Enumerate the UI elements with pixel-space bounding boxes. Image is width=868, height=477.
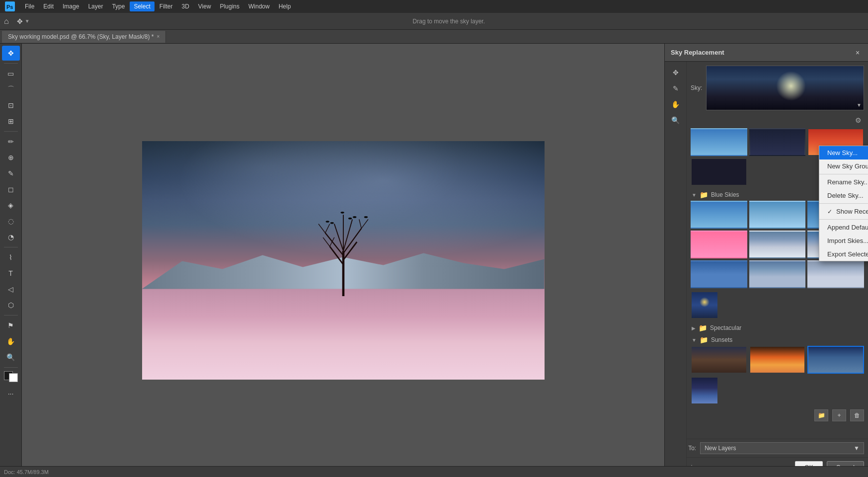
crop-tool[interactable]: ⊞ [2, 114, 20, 129]
context-menu-export-skies[interactable]: Export Selected Skies... [819, 247, 868, 261]
dialog-hand-tool[interactable]: ✋ [668, 97, 684, 111]
background-color[interactable] [9, 373, 18, 382]
blur-tool[interactable]: ◌ [2, 214, 20, 229]
context-menu-import-skies[interactable]: Import Skies... [819, 234, 868, 247]
category-arrow-blue-skies: ▼ [692, 192, 697, 198]
dialog-title: Sky Replacement [671, 49, 724, 56]
context-menu-new-sky[interactable]: New Sky... [819, 146, 868, 159]
menu-window[interactable]: Window [244, 1, 274, 11]
note-tool[interactable]: ⚑ [2, 318, 20, 333]
pen-tool[interactable]: ⌇ [2, 250, 20, 265]
dialog-brush-tool[interactable]: ✎ [668, 81, 684, 95]
dialog-bottom-icons: 📁 + 🗑 [691, 407, 864, 423]
checkmark-icon: ✓ [827, 208, 832, 215]
context-menu-new-sky-group[interactable]: New Sky Group... [819, 159, 868, 173]
marquee-tool[interactable]: ▭ [2, 66, 20, 81]
output-to-dropdown[interactable]: New Layers ▼ [700, 442, 864, 454]
gradient-tool[interactable]: ◈ [2, 198, 20, 213]
move-tool[interactable]: ✥ [2, 46, 20, 61]
tool-separator-1 [4, 63, 18, 64]
category-arrow-spectacular: ▶ [692, 325, 696, 331]
ps-logo: Ps [4, 0, 16, 12]
sky-thumb-blue-8[interactable] [749, 260, 806, 288]
menu-bar: Ps File Edit Image Layer Type Select Fil… [0, 0, 868, 13]
home-icon[interactable]: ⌂ [4, 17, 9, 26]
path-tool[interactable]: ◁ [2, 282, 20, 297]
category-sunsets[interactable]: ▼ 📁 Sunsets [691, 334, 864, 346]
heal-tool[interactable]: ⊕ [2, 150, 20, 165]
category-label-blue-skies: Blue Skies [711, 191, 739, 198]
dialog-move-tool[interactable]: ✥ [668, 66, 684, 80]
sky-row: Sky: ▼ [691, 66, 864, 110]
menu-view[interactable]: View [194, 1, 215, 11]
sky-thumb-recent-1[interactable] [691, 128, 747, 156]
move-tool-icon[interactable]: ✥ [17, 17, 23, 25]
gear-button[interactable]: ⚙ [852, 114, 864, 126]
context-menu-rename-sky[interactable]: Rename Sky... [819, 175, 868, 189]
svg-line-15 [359, 219, 361, 228]
gear-row: ⚙ [691, 114, 864, 126]
sky-thumb-blue-9[interactable] [807, 260, 864, 288]
sky-replacement-panel: Sky Replacement × ✥ ✎ ✋ 🔍 Sky: ▼ [664, 44, 868, 477]
menu-3d[interactable]: 3D [177, 1, 193, 11]
context-menu-show-recents[interactable]: ✓ Show Recents [819, 205, 868, 218]
menu-type[interactable]: Type [108, 1, 129, 11]
sky-thumb-recent-2[interactable] [749, 128, 806, 156]
shape-tool[interactable]: ⬡ [2, 298, 20, 313]
sky-thumb-sunset-extra[interactable] [691, 377, 718, 404]
context-menu-sep-1 [819, 174, 868, 174]
type-tool[interactable]: T [2, 266, 20, 281]
sky-label: Sky: [691, 84, 702, 91]
context-menu-delete-sky[interactable]: Delete Sky... [819, 189, 868, 202]
category-arrow-sunsets: ▼ [692, 337, 697, 343]
menu-help[interactable]: Help [275, 1, 295, 11]
dodge-tool[interactable]: ◔ [2, 230, 20, 244]
context-menu-show-recents-label: Show Recents [836, 208, 868, 215]
main-layout: ✥ ▭ ⌒ ⊡ ⊞ ✏ ⊕ ✎ ◻ ◈ ◌ ◔ ⌇ T ◁ ⬡ ⚑ ✋ 🔍 ··… [0, 44, 868, 477]
menu-edit[interactable]: Edit [39, 1, 58, 11]
tab-close-button[interactable]: × [157, 34, 159, 39]
document-tab[interactable]: Sky working model.psd @ 66.7% (Sky, Laye… [2, 31, 166, 43]
extra-tools[interactable]: ··· [2, 386, 20, 401]
eyedropper-tool[interactable]: ✏ [2, 134, 20, 149]
dialog-close-button[interactable]: × [853, 48, 862, 57]
sky-thumb-blue-7[interactable] [691, 260, 747, 288]
brush-tool[interactable]: ✎ [2, 166, 20, 181]
dialog-zoom-tool[interactable]: 🔍 [668, 113, 684, 127]
menu-filter[interactable]: Filter [156, 1, 177, 11]
menu-file[interactable]: File [21, 1, 38, 11]
context-menu-append-skies[interactable]: Append Default Skies... [819, 221, 868, 234]
folder-icon-blue-skies: 📁 [700, 191, 708, 199]
zoom-tool[interactable]: 🔍 [2, 350, 20, 365]
new-folder-button[interactable]: 📁 [814, 409, 828, 421]
sky-thumb-blue-1[interactable] [691, 201, 747, 229]
context-menu-rename-sky-label: Rename Sky... [827, 178, 868, 186]
tool-separator-4 [4, 315, 18, 316]
sky-thumb-sunset-1[interactable] [691, 346, 747, 374]
svg-point-18 [353, 216, 356, 218]
menu-plugins[interactable]: Plugins [216, 1, 243, 11]
category-spectacular[interactable]: ▶ 📁 Spectacular [691, 322, 864, 334]
tool-separator-2 [4, 131, 18, 132]
menu-layer[interactable]: Layer [84, 1, 107, 11]
sky-thumb-blue-4[interactable] [691, 231, 747, 258]
eraser-tool[interactable]: ◻ [2, 182, 20, 197]
sky-thumb-blue-2[interactable] [749, 201, 806, 229]
options-bar: ⌂ ✥ ▼ Drag to move the sky layer. [0, 13, 868, 30]
menu-image[interactable]: Image [59, 1, 83, 11]
hand-tool[interactable]: ✋ [2, 334, 20, 349]
sky-thumb-sunset-2[interactable] [749, 346, 806, 374]
sky-thumb-blue-5[interactable] [749, 231, 806, 258]
bottom-status-bar: Doc: 45.7M/89.3M [0, 466, 868, 477]
sky-preview-dropdown[interactable]: ▼ [706, 66, 864, 110]
lasso-tool[interactable]: ⌒ [2, 82, 20, 97]
sky-thumb-blue-extra[interactable] [691, 291, 718, 319]
dialog-header: Sky Replacement × [665, 44, 868, 62]
menu-select[interactable]: Select [130, 1, 154, 11]
delete-sky-button[interactable]: 🗑 [850, 409, 864, 421]
sky-thumb-recent-4[interactable] [691, 158, 747, 186]
sky-thumb-sunset-3[interactable] [807, 346, 864, 374]
output-to-value: New Layers [705, 445, 736, 452]
add-sky-button[interactable]: + [832, 409, 846, 421]
object-selection-tool[interactable]: ⊡ [2, 98, 20, 113]
